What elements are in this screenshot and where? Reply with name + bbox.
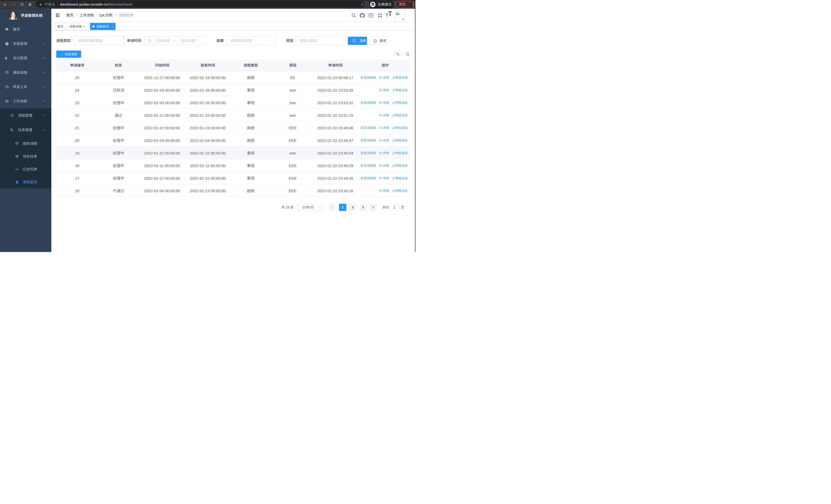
svg-text:?: ? [370, 14, 372, 17]
